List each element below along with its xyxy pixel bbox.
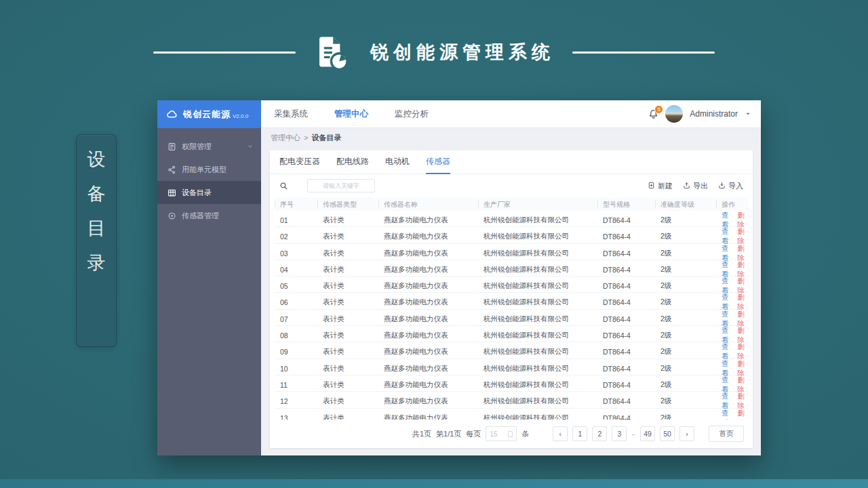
cloud-icon — [166, 108, 178, 121]
notification-badge: 5 — [654, 105, 663, 114]
first-page-button[interactable]: 首页 — [709, 426, 744, 442]
table-row: 11表计类燕赵多功能电力仪表杭州锐创能源科技有限公司DT864-42级查看删除 — [275, 375, 748, 392]
cell-grade: 2级 — [655, 314, 716, 324]
nav-monitoring-analysis[interactable]: 监控分析 — [395, 108, 429, 120]
cell-no: 11 — [275, 381, 317, 389]
search-input[interactable] — [307, 179, 375, 192]
cell-type: 表计类 — [317, 347, 378, 357]
nav-management-center[interactable]: 管理中心 — [334, 108, 368, 120]
per-page-label: 每页 — [466, 429, 481, 439]
sidebar-item-energy-unit-model[interactable]: 用能单元模型 — [157, 158, 261, 181]
cell-name: 燕赵多功能电力仪表 — [378, 232, 478, 241]
cell-model: DT864-4 — [597, 315, 655, 323]
cell-name: 燕赵多功能电力仪表 — [378, 331, 478, 340]
export-icon — [683, 182, 690, 190]
tab-sensor[interactable]: 传感器 — [426, 156, 450, 174]
banner: 锐创能源管理系统 — [0, 28, 868, 76]
cell-model: DT864-4 — [597, 282, 655, 290]
page-ellipsis: - — [632, 430, 635, 438]
user-name[interactable]: Administrator — [690, 109, 738, 119]
bottom-strip — [0, 479, 868, 488]
sidebar-item-label: 权限管理 — [182, 142, 212, 152]
create-button[interactable]: 新建 — [648, 181, 673, 191]
cell-model: DT864-4 — [597, 232, 655, 241]
import-button[interactable]: 导入 — [718, 181, 743, 191]
cell-vendor: 杭州锐创能源科技有限公司 — [478, 396, 597, 406]
cell-type: 表计类 — [317, 281, 378, 291]
sidebar-item-permission-management[interactable]: 权限管理 — [157, 135, 261, 158]
cell-no: 07 — [275, 315, 317, 323]
page-title: 锐创能源管理系统 — [368, 40, 555, 64]
page-button-3[interactable]: 3 — [612, 426, 627, 441]
cell-name: 燕赵多功能电力仪表 — [378, 396, 478, 406]
nav-collection-system[interactable]: 采集系统 — [274, 108, 308, 120]
cell-no: 10 — [275, 365, 317, 373]
tab-power-line[interactable]: 配电线路 — [336, 156, 369, 174]
cell-vendor: 杭州锐创能源科技有限公司 — [478, 380, 597, 390]
column-header: 序号 — [275, 201, 317, 208]
cell-type: 表计类 — [317, 314, 378, 324]
cell-model: DT864-4 — [597, 331, 655, 340]
permission-icon — [167, 142, 176, 151]
sensor-icon — [167, 211, 176, 220]
device-card: 配电变压器配电线路电动机传感器 新建导出导入 序号传感器类型传感器名称生产厂家型… — [270, 150, 753, 448]
tab-motor[interactable]: 电动机 — [385, 156, 410, 174]
side-vertical-label: 设备目录 — [76, 134, 117, 347]
cell-no: 04 — [275, 266, 317, 274]
top-navigation: 采集系统管理中心监控分析 — [274, 108, 429, 120]
sidebar: 锐创云能源 V2.0.0 权限管理用能单元模型设备目录传感器管理 — [157, 100, 261, 455]
main-area: 采集系统管理中心监控分析 5 Administrator — [261, 100, 761, 455]
sidebar-item-label: 用能单元模型 — [182, 165, 226, 175]
sidebar-item-device-catalog[interactable]: 设备目录 — [157, 181, 261, 204]
cell-no: 12 — [275, 397, 317, 405]
search-icon[interactable] — [279, 182, 288, 190]
table-row: 10表计类燕赵多功能电力仪表杭州锐创能源科技有限公司DT864-42级查看删除 — [275, 359, 748, 375]
sidebar-item-sensor-management[interactable]: 传感器管理 — [157, 204, 261, 227]
cell-no: 06 — [275, 298, 317, 306]
cell-model: DT864-4 — [597, 365, 655, 373]
table-body: 01表计类燕赵多功能电力仪表杭州锐创能源科技有限公司DT864-42级查看删除0… — [275, 211, 748, 425]
grid-icon — [167, 188, 176, 197]
cell-type: 表计类 — [317, 331, 378, 340]
chevron-down-icon[interactable] — [745, 110, 751, 117]
column-header: 生产厂家 — [478, 201, 597, 208]
breadcrumb-parent[interactable]: 管理中心 — [271, 133, 300, 143]
cell-vendor: 杭州锐创能源科技有限公司 — [478, 298, 597, 307]
cell-name: 燕赵多功能电力仪表 — [378, 380, 478, 390]
page-button-50[interactable]: 50 — [660, 426, 675, 441]
page-button-2[interactable]: 2 — [592, 426, 607, 441]
column-header: 准确度等级 — [655, 201, 716, 208]
cell-grade: 2级 — [655, 331, 716, 340]
cell-model: DT864-4 — [597, 397, 655, 405]
breadcrumb: 管理中心 > 设备目录 — [261, 128, 761, 147]
page-button-49[interactable]: 49 — [640, 426, 655, 441]
cell-name: 燕赵多功能电力仪表 — [378, 347, 478, 357]
export-button[interactable]: 导出 — [683, 181, 708, 191]
cell-model: DT864-4 — [597, 381, 655, 389]
cell-vendor: 杭州锐创能源科技有限公司 — [478, 347, 597, 357]
prev-page-button[interactable]: ‹ — [553, 426, 568, 441]
cell-type: 表计类 — [317, 265, 378, 274]
cell-grade: 2级 — [655, 298, 716, 307]
cell-no: 08 — [275, 331, 317, 340]
next-page-button[interactable]: › — [679, 426, 694, 441]
table-row: 05表计类燕赵多功能电力仪表杭州锐创能源科技有限公司DT864-42级查看删除 — [275, 277, 748, 293]
notification-bell-icon[interactable]: 5 — [648, 109, 658, 119]
sidebar-item-label: 设备目录 — [182, 188, 212, 198]
share-icon — [167, 165, 176, 174]
cell-grade: 2级 — [655, 232, 716, 241]
cell-type: 表计类 — [317, 396, 378, 406]
column-header: 传感器类型 — [317, 201, 378, 208]
cell-no: 02 — [275, 232, 317, 241]
cell-no: 03 — [275, 249, 317, 258]
logo-version: V2.0.0 — [233, 113, 248, 119]
per-page-unit-label: 条 — [521, 429, 529, 439]
page-button-1[interactable]: 1 — [572, 426, 587, 441]
cell-no: 09 — [275, 348, 317, 356]
per-page-input[interactable]: 15 — [486, 426, 517, 441]
avatar[interactable] — [665, 105, 683, 123]
table-row: 08表计类燕赵多功能电力仪表杭州锐创能源科技有限公司DT864-42级查看删除 — [275, 326, 748, 342]
cell-grade: 2级 — [655, 347, 716, 357]
tab-transformer[interactable]: 配电变压器 — [279, 156, 320, 174]
side-label-char: 目 — [87, 216, 106, 241]
